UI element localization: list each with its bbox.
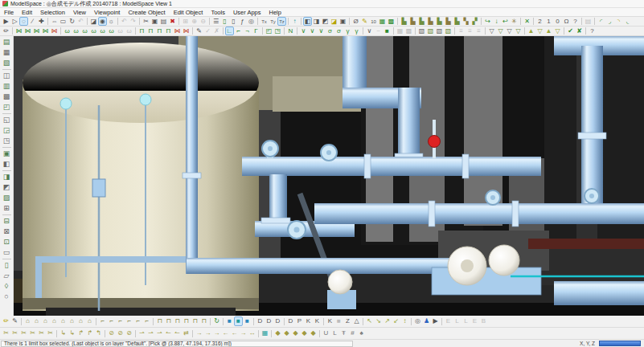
lower-main-run[interactable] — [314, 203, 644, 224]
fly-mode-icon[interactable]: ƒ — [238, 17, 247, 26]
menu-edit[interactable]: Edit — [18, 9, 36, 16]
translate-z-icon[interactable]: Tz — [277, 17, 286, 26]
layer-tool-1-icon[interactable]: ▧ — [417, 27, 426, 35]
weld-5-icon[interactable]: σ — [334, 27, 343, 35]
move-up-icon[interactable]: ↑ — [290, 17, 299, 26]
bend-route-3-icon[interactable]: ↱ — [76, 329, 85, 338]
insert-comp-7-icon[interactable]: ▙ — [453, 17, 461, 26]
scale-10-icon[interactable]: 10 — [369, 17, 378, 26]
bracket-6-icon[interactable]: ⌐ — [142, 316, 151, 326]
frame-3-icon[interactable]: ⊓ — [173, 316, 182, 326]
dir-1-icon[interactable]: → — [195, 329, 203, 338]
dir-3-icon[interactable]: → — [212, 329, 221, 338]
anchor-icon[interactable]: ♠ — [357, 329, 366, 338]
context-help-icon[interactable]: ? — [588, 27, 597, 35]
dim-z-icon[interactable]: Z — [343, 316, 352, 326]
pick-cursor-icon[interactable]: ▶ — [431, 316, 440, 326]
flow-4-icon[interactable]: ↼ — [164, 329, 173, 338]
corner-4-icon[interactable]: Γ — [252, 27, 260, 35]
menu-view[interactable]: View — [69, 9, 90, 16]
elbow-fit-8-icon[interactable]: ω — [125, 27, 133, 35]
paste-icon[interactable]: ▤ — [159, 17, 168, 26]
extra-4-icon[interactable]: ○ — [2, 292, 12, 302]
mid-main-run[interactable] — [242, 157, 541, 176]
gate-valve-3[interactable] — [288, 221, 306, 239]
panel-c-icon[interactable]: ■ — [243, 316, 252, 326]
members-list-icon[interactable]: ▦ — [2, 47, 12, 58]
tee-4-icon[interactable]: Π — [164, 27, 173, 35]
gate-valve-4[interactable] — [486, 190, 500, 205]
cut-icon[interactable]: ✂ — [142, 17, 150, 26]
spec-3-icon[interactable]: ◆ — [291, 329, 300, 338]
bracket-1-icon[interactable]: ⌐ — [98, 316, 107, 326]
sketch-line-icon[interactable]: ∕ — [28, 17, 37, 26]
clip-1-icon[interactable]: ◱ — [2, 115, 12, 125]
route-a-icon[interactable]: ↪ — [483, 17, 492, 26]
spec-5-icon[interactable]: ◆ — [309, 329, 318, 338]
insert-comp-6-icon[interactable]: ▙ — [444, 17, 453, 26]
volume-a-icon[interactable]: ▯ — [220, 17, 229, 26]
attribute-3-icon[interactable]: ≡ — [474, 27, 483, 35]
flow-2-icon[interactable]: ⇀ — [146, 329, 155, 338]
hatch-a-icon[interactable]: ▦ — [396, 27, 404, 35]
model-viewport[interactable] — [14, 36, 644, 316]
bend-route-5-icon[interactable]: ↰ — [94, 329, 103, 338]
status-indicator[interactable] — [599, 341, 641, 346]
frame-6-icon[interactable]: ⊓ — [199, 316, 208, 326]
spec-1-icon[interactable]: ◆ — [273, 329, 282, 338]
hanger-4-icon[interactable]: ⌂ — [50, 316, 59, 326]
tee-1-icon[interactable]: Π — [137, 27, 146, 35]
spec-4-icon[interactable]: ◆ — [300, 329, 309, 338]
frame-4-icon[interactable]: ⊓ — [182, 316, 191, 326]
top-drop[interactable] — [398, 88, 420, 158]
dim-k3-icon[interactable]: K — [326, 316, 334, 326]
l-bracket-icon[interactable]: L — [330, 329, 339, 338]
ball-valve-icon[interactable]: ⋈ — [41, 27, 50, 35]
grid-a-icon[interactable]: ▦ — [378, 17, 387, 26]
edit-route-icon[interactable]: ✎ — [195, 27, 203, 35]
floor-pipe-dark[interactable] — [528, 239, 644, 249]
translate-y-icon[interactable]: Ty — [269, 17, 277, 26]
reducer-1-icon[interactable]: ⋈ — [173, 27, 182, 35]
bend-route-1-icon[interactable]: ↳ — [59, 329, 68, 338]
view-west-icon[interactable]: ◪ — [330, 17, 338, 26]
refresh-supports-icon[interactable]: ↻ — [212, 316, 221, 326]
red-handwheel-valve[interactable] — [429, 136, 441, 148]
user-pick-icon[interactable]: ♟ — [422, 316, 431, 326]
weld-3-icon[interactable]: ∨ — [317, 27, 326, 35]
trim-6-icon[interactable]: ✂ — [46, 329, 55, 338]
omega-icon[interactable]: Ω — [562, 17, 571, 26]
draw-aid-3-icon[interactable]: ▨ — [2, 193, 12, 203]
move-icon[interactable]: ✚ — [37, 17, 46, 26]
elbow-fit-5-icon[interactable]: ω — [98, 27, 107, 35]
bottom-run[interactable] — [187, 258, 457, 274]
hash-grid-icon[interactable]: # — [348, 329, 357, 338]
label-e1-icon[interactable]: E — [444, 316, 453, 326]
cap-2-icon[interactable]: ⊘ — [116, 329, 125, 338]
locate-icon[interactable]: ◎ — [247, 17, 256, 26]
hanger-7-icon[interactable]: ⌂ — [76, 316, 85, 326]
dim-k1-icon[interactable]: K — [304, 316, 313, 326]
tee-3-icon[interactable]: Π — [155, 27, 164, 35]
print-icon[interactable]: ▤ — [584, 17, 593, 26]
dir-4-icon[interactable]: ← — [221, 329, 230, 338]
num-1-icon[interactable]: 1 — [544, 17, 553, 26]
pan-icon[interactable]: ⇔ — [50, 17, 59, 26]
dim-p-icon[interactable]: P — [295, 316, 304, 326]
hanger-8-icon[interactable]: ⌂ — [85, 316, 94, 326]
manip-2-icon[interactable]: ⊠ — [2, 227, 12, 237]
redo-icon[interactable]: ↷ — [129, 17, 137, 26]
clash-4-icon[interactable]: ▽ — [553, 27, 562, 35]
layer-tool-2-icon[interactable]: ▧ — [426, 27, 435, 35]
clash-2-icon[interactable]: ▽ — [535, 27, 544, 35]
menu-viewpoint[interactable]: Viewpoint — [90, 9, 124, 16]
clash-1-icon[interactable]: ▲ — [527, 27, 535, 35]
clip-2-icon[interactable]: ◲ — [2, 125, 12, 136]
reducer-2-icon[interactable]: ⋈ — [182, 27, 191, 35]
draw-aid-2-icon[interactable]: ◩ — [2, 182, 12, 193]
route-b-icon[interactable]: ↓ — [492, 17, 501, 26]
manip-3-icon[interactable]: ⊡ — [2, 237, 12, 247]
cancel-route-icon[interactable]: ✗ — [212, 27, 221, 35]
right-riser[interactable] — [581, 46, 603, 211]
t-post-icon[interactable]: Ŧ — [339, 329, 348, 338]
